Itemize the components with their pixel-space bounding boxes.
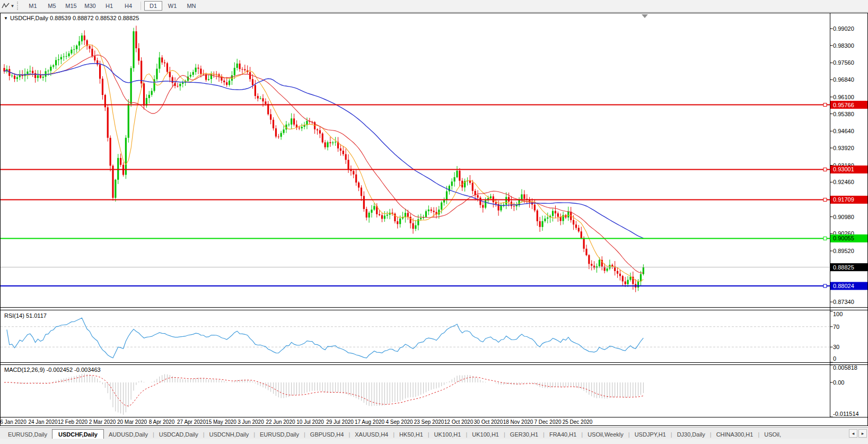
svg-text:0.96100: 0.96100 <box>833 94 854 100</box>
chart-tab-hk50-h1-8[interactable]: HK50,H1 <box>394 430 428 439</box>
svg-text:0.93920: 0.93920 <box>833 145 854 151</box>
svg-text:0.95380: 0.95380 <box>833 111 854 117</box>
tab-scroll-buttons: ◂ ▸ <box>849 429 867 438</box>
svg-text:18 Nov 2020: 18 Nov 2020 <box>503 419 533 425</box>
bid-price-label: 0.88825 <box>833 264 854 271</box>
chart-tab-audusd-daily-2[interactable]: AUDUSD,Daily <box>104 430 153 439</box>
line-handle[interactable] <box>823 168 827 171</box>
timeframe-button-m5[interactable]: M5 <box>43 1 61 11</box>
mt4-application: { "toolbar": { "chart_tool_icon": "zigza… <box>0 0 868 444</box>
macd-scale-label: -0.011514 <box>833 411 859 417</box>
timeframe-button-w1[interactable]: W1 <box>163 1 181 11</box>
status-strip <box>0 439 868 444</box>
line-handle[interactable] <box>823 284 827 288</box>
svg-text:7 Dec 2020: 7 Dec 2020 <box>534 419 562 425</box>
timeframe-button-m30[interactable]: M30 <box>81 1 99 11</box>
chart-tab-usdcnh-daily-4[interactable]: USDCNH,Daily <box>205 430 254 439</box>
chart-tab-eurusd-daily-0[interactable]: EURUSD,Daily <box>3 430 52 439</box>
timeframe-button-h1[interactable]: H1 <box>100 1 118 11</box>
svg-text:0.97560: 0.97560 <box>833 59 854 66</box>
price-label: 0.95766 <box>833 102 854 108</box>
macd-scale-label: 0.005818 <box>833 364 857 371</box>
svg-text:0.94640: 0.94640 <box>833 128 854 134</box>
svg-text:20 Mar 2020: 20 Mar 2020 <box>117 419 147 425</box>
svg-text:15 May 2020: 15 May 2020 <box>206 419 236 425</box>
chart-tab-usoil-weekly-13[interactable]: USOil,Weekly <box>583 430 628 439</box>
price-label: 0.88024 <box>833 283 854 289</box>
collapse-caret-icon[interactable]: ▼ <box>4 16 8 21</box>
tab-scroll-left-icon[interactable]: ◂ <box>849 429 857 438</box>
chart-area: 0.990200.983000.975600.968400.961000.953… <box>0 0 868 444</box>
rsi-scale-label: 100 <box>833 311 843 317</box>
chart-tab-gbpusd-h4-6[interactable]: GBPUSD,H4 <box>305 430 349 439</box>
svg-text:24 Jan 2020: 24 Jan 2020 <box>28 419 57 425</box>
svg-text:0.99020: 0.99020 <box>833 25 854 32</box>
timeframe-button-h4[interactable]: H4 <box>119 1 137 11</box>
caret-down-icon[interactable]: ▼ <box>11 4 15 8</box>
svg-text:0.89520: 0.89520 <box>833 248 854 254</box>
chart-tab-usoil--17[interactable]: USOil, <box>759 430 786 439</box>
svg-text:3 Jun 2020: 3 Jun 2020 <box>238 419 264 425</box>
chart-tab-china300-h1-16[interactable]: CHINA300,H1 <box>712 430 758 439</box>
chart-title-text: USDCHF,Daily 0.88539 0.88872 0.88532 0.8… <box>10 15 139 21</box>
svg-text:10 Jul 2020: 10 Jul 2020 <box>296 419 324 425</box>
svg-text:27 Apr 2020: 27 Apr 2020 <box>177 419 206 425</box>
price-label: 0.90055 <box>833 235 854 241</box>
toolbar-grip[interactable] <box>17 2 20 10</box>
line-handle[interactable] <box>823 103 827 107</box>
chart-tab-usdchf-daily-1[interactable]: USDCHF,Daily <box>52 429 104 440</box>
svg-text:6 Jan 2020: 6 Jan 2020 <box>0 419 27 425</box>
tab-scroll-right-icon[interactable]: ▸ <box>858 429 867 438</box>
rsi-scale-label: 0 <box>833 355 836 362</box>
svg-text:22 Jun 2020: 22 Jun 2020 <box>266 419 295 425</box>
svg-text:8 Apr 2020: 8 Apr 2020 <box>149 419 175 425</box>
price-label: 0.93001 <box>833 166 854 172</box>
chart-tab-ger30-h1-11[interactable]: GER30,H1 <box>505 430 543 439</box>
macd-scale-label: 0.00 <box>833 379 844 386</box>
svg-text:0.92460: 0.92460 <box>833 179 854 185</box>
toolbar-separator <box>141 2 141 10</box>
timeframe-button-m15[interactable]: M15 <box>62 1 80 11</box>
date-axis: 6 Jan 202024 Jan 202012 Feb 20202 Mar 20… <box>0 419 593 425</box>
timeframe-button-m1[interactable]: M1 <box>24 1 42 11</box>
svg-text:0.87340: 0.87340 <box>833 299 854 305</box>
chart-tab-uk100-h1-9[interactable]: UK100,H1 <box>429 430 466 439</box>
zigzag-chart-icon[interactable]: ▼ <box>1 1 15 11</box>
chart-tab-xauusd-h4-7[interactable]: XAUUSD,H4 <box>350 430 393 439</box>
chart-tab-usdjpy-h1-14[interactable]: USDJPY,H1 <box>630 430 671 439</box>
svg-text:17 Aug 2020: 17 Aug 2020 <box>355 419 385 425</box>
chart-title: ▼USDCHF,Daily 0.88539 0.88872 0.88532 0.… <box>4 15 139 21</box>
svg-text:12 Feb 2020: 12 Feb 2020 <box>58 419 88 425</box>
svg-text:30 Oct 2020: 30 Oct 2020 <box>474 419 503 425</box>
rsi-label: RSI(14) 51.0117 <box>4 312 47 319</box>
chart-tab-eurusd-daily-5[interactable]: EURUSD,Daily <box>255 430 304 439</box>
chart-tabbar: EURUSD,DailyUSDCHF,DailyAUDUSD,Daily|USD… <box>0 427 868 439</box>
svg-text:25 Dec 2020: 25 Dec 2020 <box>563 419 593 425</box>
rsi-scale-label: 70 <box>833 324 839 330</box>
line-handle[interactable] <box>823 198 827 201</box>
chart-tab-fra40-h1-12[interactable]: FRA40,H1 <box>545 430 581 439</box>
toolbar: ▼ M1M5M15M30H1H4D1W1MN <box>0 0 868 12</box>
svg-text:2 Mar 2020: 2 Mar 2020 <box>89 419 116 425</box>
svg-text:0.96840: 0.96840 <box>833 76 854 83</box>
timeframe-button-mn[interactable]: MN <box>182 1 200 11</box>
svg-text:29 Jul 2020: 29 Jul 2020 <box>326 419 354 425</box>
chart-tab-dj30-daily-15[interactable]: DJ30,Daily <box>672 430 710 439</box>
svg-text:0.98300: 0.98300 <box>833 42 854 49</box>
rsi-scale-label: 30 <box>833 344 839 350</box>
chart-tab-usdcad-daily-3[interactable]: USDCAD,Daily <box>154 430 203 439</box>
svg-text:23 Sep 2020: 23 Sep 2020 <box>414 419 444 425</box>
chart-tab-uk100-h1-10[interactable]: UK100,H1 <box>467 430 504 439</box>
line-handle[interactable] <box>823 237 827 240</box>
svg-text:4 Sep 2020: 4 Sep 2020 <box>385 419 413 425</box>
price-label: 0.91709 <box>833 196 854 203</box>
macd-label: MACD(12,26,9) -0.002452 -0.003463 <box>4 367 101 373</box>
svg-text:12 Oct 2020: 12 Oct 2020 <box>444 419 474 425</box>
timeframe-button-d1[interactable]: D1 <box>144 1 162 11</box>
svg-text:0.90980: 0.90980 <box>833 214 854 220</box>
